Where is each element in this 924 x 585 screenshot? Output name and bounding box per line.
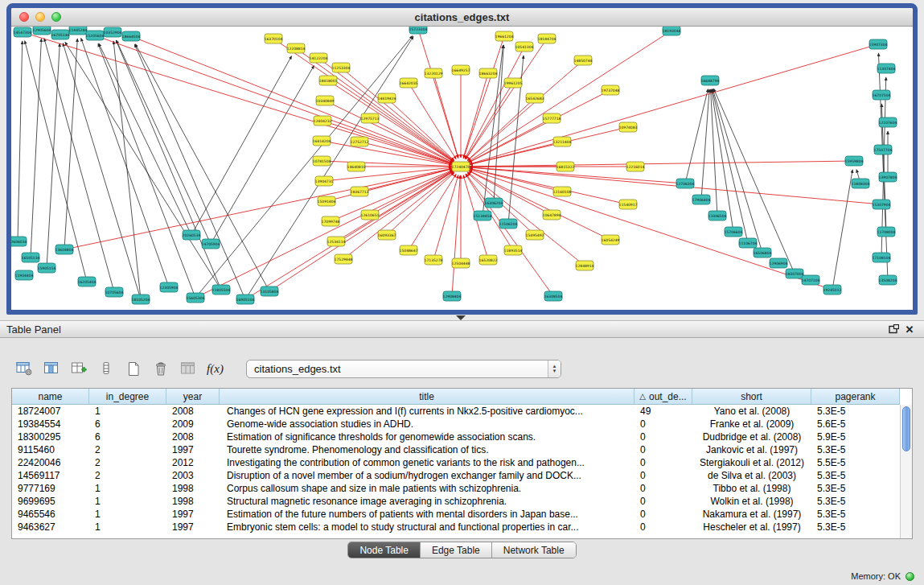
table-row[interactable]: 946554611997Estimation of the future num… <box>12 508 900 521</box>
table-cell[interactable]: 1998 <box>166 495 220 508</box>
graph-node[interactable]: 18184704 <box>538 34 556 43</box>
graph-node[interactable]: 15048647 <box>400 245 418 255</box>
network-canvas[interactable]: 1724047016815322121601081064789415495492… <box>11 27 913 310</box>
graph-node[interactable]: 11805504 <box>212 285 231 295</box>
graph-node[interactable]: 18105204 <box>132 295 150 304</box>
table-cell[interactable]: 1997 <box>166 508 220 521</box>
tab-node-table[interactable]: Node Table <box>348 542 421 558</box>
network-graph[interactable]: 1724047016815322121601081064789415495492… <box>11 27 913 310</box>
graph-node[interactable]: 10541304 <box>515 42 534 51</box>
table-cell[interactable]: 5.3E-5 <box>811 482 900 495</box>
vertical-scrollbar[interactable] <box>900 405 912 538</box>
table-cell[interactable]: 2003 <box>166 469 220 482</box>
graph-node[interactable]: 15959804 <box>845 156 864 166</box>
import-table-icon[interactable] <box>177 358 199 379</box>
graph-node[interactable]: 10781504 <box>313 156 331 166</box>
graph-node[interactable]: 16205404 <box>78 277 97 286</box>
column-header-in_degree[interactable]: in_degree <box>89 389 166 405</box>
table-cell[interactable]: Estimation of significance thresholds fo… <box>220 431 634 443</box>
graph-node[interactable]: 19737048 <box>602 85 620 95</box>
table-cell[interactable]: 0 <box>634 508 692 521</box>
function-builder-icon[interactable]: f(x) <box>204 358 226 379</box>
graph-node[interactable]: 17135278 <box>425 255 443 265</box>
graph-node[interactable]: 16905104 <box>236 295 255 304</box>
scrollbar-thumb[interactable] <box>902 406 910 451</box>
table-cell[interactable]: 5.5E-5 <box>811 456 900 469</box>
table-cell[interactable]: 1 <box>89 495 166 508</box>
graph-node[interactable]: 12906904 <box>770 258 788 268</box>
table-cell[interactable]: Genome-wide association studies in ADHD. <box>220 418 634 431</box>
graph-node[interactable]: 15495492 <box>526 230 544 240</box>
graph-node[interactable]: 15205604 <box>86 31 105 40</box>
graph-node[interactable]: 12107604 <box>879 117 897 127</box>
graph-node[interactable]: 15706604 <box>725 227 743 237</box>
graph-node[interactable]: 18664504 <box>122 31 141 41</box>
table-cell[interactable]: Tourette syndrome. Phenomenology and cla… <box>220 443 634 456</box>
graph-node[interactable]: 12534114 <box>327 237 346 246</box>
table-cell[interactable]: Nakamura et al. (1997) <box>692 508 811 521</box>
graph-node[interactable]: 15134454 <box>474 211 492 220</box>
table-cell[interactable]: 2 <box>89 443 166 456</box>
column-header-out_de[interactable]: △out_de... <box>634 389 692 405</box>
table-cell[interactable]: 0 <box>634 482 692 495</box>
graph-node[interactable]: 13907804 <box>879 172 897 182</box>
table-cell[interactable]: 2 <box>89 456 166 469</box>
column-header-year[interactable]: year <box>166 389 220 405</box>
table-cell[interactable]: 0 <box>634 495 692 508</box>
table-row[interactable]: 1938455462009Genome-wide association stu… <box>12 418 900 431</box>
table-cell[interactable]: Yano et al. (2008) <box>692 405 811 418</box>
table-cell[interactable]: 9777169 <box>12 482 89 495</box>
graph-node[interactable]: 16093367 <box>378 230 396 240</box>
table-row[interactable]: 1456911722003Disruption of a novel membe… <box>12 469 900 482</box>
table-cell[interactable]: Hescheler et al. (1997) <box>692 521 811 534</box>
graph-node[interactable]: 14707104 <box>802 275 820 285</box>
graph-node[interactable]: 18418001 <box>319 76 338 85</box>
table-cell[interactable]: Estimation of the future numbers of pati… <box>220 508 634 521</box>
graph-node[interactable]: 12160108 <box>553 187 572 196</box>
table-cell[interactable]: Franke et al. (2009) <box>692 418 811 431</box>
graph-node[interactable]: 18367713 <box>351 187 369 196</box>
graph-node[interactable]: 12848914 <box>576 261 594 270</box>
graph-node[interactable]: 10705604 <box>105 287 124 297</box>
graph-node[interactable]: 12908404 <box>443 291 462 301</box>
table-cell[interactable]: Structural magnetic resonance image aver… <box>220 495 634 508</box>
tab-edge-table[interactable]: Edge Table <box>421 542 492 558</box>
graph-node[interactable]: 16815322 <box>556 162 575 171</box>
table-cell[interactable]: 1997 <box>166 521 220 534</box>
table-row[interactable]: 969969511998Structural magnetic resonanc… <box>12 495 900 508</box>
table-cell[interactable]: 22420046 <box>12 456 89 469</box>
minimize-window-button[interactable] <box>35 12 45 22</box>
table-cell[interactable]: 6 <box>89 431 166 443</box>
table-cell[interactable]: 9463627 <box>12 521 89 534</box>
graph-node[interactable]: 13508204 <box>879 275 897 285</box>
graph-node[interactable]: 16705144 <box>51 30 70 39</box>
graph-node[interactable]: 12905604 <box>33 27 51 35</box>
add-column-icon[interactable] <box>68 358 89 379</box>
graph-node[interactable]: 11506104 <box>499 219 518 229</box>
table-row[interactable]: 946362711997Embryonic stem cells: a mode… <box>12 521 900 534</box>
table-cell[interactable]: 5.3E-5 <box>811 521 900 534</box>
new-table-icon[interactable] <box>122 358 144 379</box>
graph-node[interactable]: 16649257 <box>452 65 470 75</box>
graph-node[interactable]: 14122204 <box>310 53 328 63</box>
close-window-button[interactable] <box>19 12 29 22</box>
table-cell[interactable]: 0 <box>634 521 692 534</box>
graph-node[interactable]: 19661204 <box>495 31 514 41</box>
table-cell[interactable]: 49 <box>634 405 692 418</box>
float-panel-icon[interactable] <box>885 323 901 336</box>
graph-node[interactable]: 16707504 <box>873 90 891 100</box>
graph-node[interactable]: 13220129 <box>425 68 443 78</box>
graph-node[interactable]: 15307904 <box>873 200 891 209</box>
graph-node[interactable]: 12216014 <box>626 162 645 171</box>
window-titlebar[interactable]: citations_edges.txt <box>11 8 913 27</box>
table-cell[interactable]: 2 <box>89 469 166 482</box>
table-selector[interactable]: citations_edges.txt ▲▼ <box>246 360 561 378</box>
graph-node[interactable]: 18307004 <box>786 269 804 278</box>
graph-node[interactable]: 15777718 <box>543 113 561 123</box>
graph-node[interactable]: 16308504 <box>544 291 563 301</box>
graph-node[interactable]: 11307404 <box>877 64 896 73</box>
zoom-window-button[interactable] <box>51 12 61 22</box>
graph-node[interactable]: 17108104 <box>873 253 891 262</box>
graph-node[interactable]: 11708004 <box>877 227 896 237</box>
close-panel-icon[interactable]: ✕ <box>901 323 918 336</box>
